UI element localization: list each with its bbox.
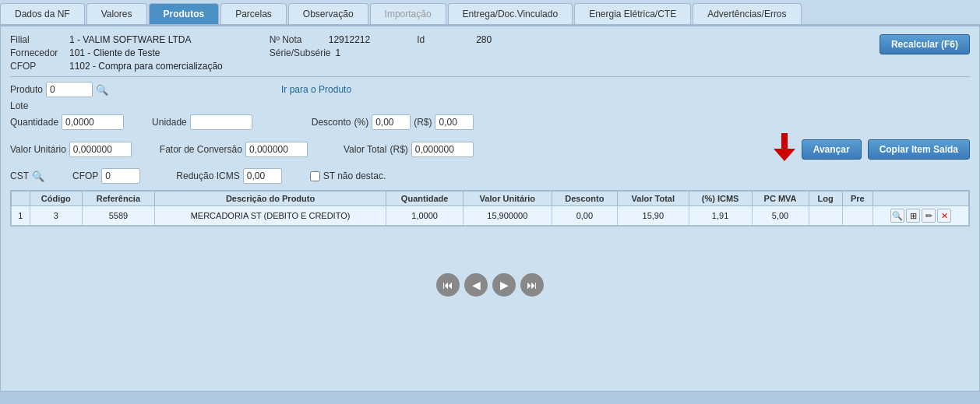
row-pre: [842, 206, 873, 226]
desconto-label: Desconto: [312, 117, 351, 128]
row-log: [809, 206, 842, 226]
col-desconto: Desconto: [552, 191, 617, 206]
svg-rect-0: [781, 133, 788, 149]
produto-label: Produto: [10, 84, 43, 95]
tab-dados-da-nf[interactable]: Dados da NF: [0, 3, 85, 24]
search-icon[interactable]: 🔍: [96, 84, 108, 96]
next-page-button[interactable]: ▶: [492, 273, 516, 297]
first-page-button[interactable]: ⏮: [436, 273, 460, 297]
quantidade-label: Quantidade: [10, 117, 58, 128]
nota-label: Nº Nota: [270, 34, 324, 45]
arrow-down-icon: [774, 133, 795, 165]
row-descricao: MERCADORIA ST (DEBITO E CREDITO): [154, 206, 386, 226]
cst-label: CST: [10, 170, 29, 181]
tab-parcelas[interactable]: Parcelas: [220, 3, 287, 24]
col-pc-mva: PC MVA: [752, 191, 809, 206]
col-descricao: Descrição do Produto: [154, 191, 386, 206]
prev-page-button[interactable]: ◀: [464, 273, 488, 297]
row-num: 1: [12, 206, 30, 226]
id-value: 280: [476, 34, 492, 45]
copiar-item-button[interactable]: Copiar Item Saída: [868, 139, 970, 160]
unidade-label: Unidade: [152, 117, 187, 128]
tab-entrega-doc-vinculado[interactable]: Entrega/Doc.Vinculado: [448, 3, 573, 24]
grid-icon[interactable]: ⊞: [906, 209, 920, 223]
recalcular-button[interactable]: Recalcular (F6): [880, 34, 970, 54]
reducao-label: Redução ICMS: [176, 170, 239, 181]
col-log: Log: [809, 191, 842, 206]
zoom-icon[interactable]: 🔍: [890, 209, 904, 223]
col-num: [12, 191, 30, 206]
tab-observa--o[interactable]: Observação: [288, 3, 368, 24]
col-actions: [873, 191, 969, 206]
tab-energia-el-trica-cte[interactable]: Energia Elétrica/CTE: [574, 3, 691, 24]
serie-value: 1: [335, 47, 340, 58]
tabs-bar: Dados da NFValoresProdutosParcelasObserv…: [0, 0, 980, 26]
col-referencia: Referência: [83, 191, 155, 206]
filial-label: Filial: [10, 34, 65, 45]
fator-label: Fator de Conversão: [160, 144, 242, 155]
row-quantidade: 1,0000: [386, 206, 464, 226]
id-label: Id: [417, 34, 471, 45]
cfop-value: 1102 - Compra para comercialização: [69, 61, 223, 72]
valor-total-label: Valor Total: [344, 144, 387, 155]
col-valor-total: Valor Total: [618, 191, 689, 206]
cst-search-icon[interactable]: 🔍: [32, 170, 44, 182]
col-codigo: Código: [30, 191, 82, 206]
cfop-form-label: CFOP: [72, 170, 98, 181]
produto-input[interactable]: [46, 82, 93, 97]
fornecedor-value: 101 - Cliente de Teste: [69, 47, 160, 58]
row-referencia: 5589: [83, 206, 155, 226]
delete-icon[interactable]: ✕: [937, 209, 951, 223]
last-page-button[interactable]: ⏭: [520, 273, 544, 297]
desconto-pct: (%): [354, 117, 368, 128]
fator-input[interactable]: [245, 142, 308, 157]
row-pct-icms: 1,91: [689, 206, 752, 226]
tab-produtos[interactable]: Produtos: [149, 3, 220, 24]
reducao-input[interactable]: [243, 168, 282, 184]
row-codigo: 3: [30, 206, 82, 226]
st-checkbox[interactable]: [310, 171, 320, 181]
products-table: Código Referência Descrição do Produto Q…: [10, 190, 970, 227]
unidade-input[interactable]: [190, 114, 252, 130]
row-desconto: 0,00: [552, 206, 617, 226]
table-header-row: Código Referência Descrição do Produto Q…: [12, 191, 969, 206]
cfop-label: CFOP: [10, 61, 65, 72]
serie-label: Série/Subsérie: [270, 47, 331, 58]
col-pre: Pre: [842, 191, 873, 206]
st-label: ST não destac.: [323, 170, 386, 181]
row-valor-total: 15,90: [618, 206, 689, 226]
fornecedor-label: Fornecedor: [10, 47, 65, 58]
filial-value: 1 - VALIM SOFTWARE LTDA: [69, 34, 191, 45]
desconto-rs: (R$): [414, 117, 432, 128]
row-valor-unitario: 15,900000: [463, 206, 552, 226]
table-row: 1 3 5589 MERCADORIA ST (DEBITO E CREDITO…: [12, 206, 969, 226]
cfop-form-input[interactable]: [101, 168, 140, 184]
lote-label: Lote: [10, 100, 28, 111]
edit-icon[interactable]: ✏: [922, 209, 936, 223]
avancar-button[interactable]: Avançar: [802, 139, 862, 160]
valor-unitario-input[interactable]: [69, 142, 132, 157]
col-quantidade: Quantidade: [386, 191, 464, 206]
col-valor-unitario: Valor Unitário: [463, 191, 552, 206]
svg-marker-1: [774, 149, 795, 161]
valor-unitario-label: Valor Unitário: [10, 144, 66, 155]
valor-total-input[interactable]: [411, 142, 474, 157]
nota-value: 12912212: [329, 34, 370, 45]
tab-valores[interactable]: Valores: [86, 3, 147, 24]
valor-total-rs: (R$): [390, 144, 407, 155]
quantidade-input[interactable]: [62, 114, 124, 130]
tab-importa--o: Importação: [370, 3, 446, 24]
ir-para-produto-button[interactable]: Ir para o Produto: [277, 83, 356, 97]
row-actions: 🔍 ⊞ ✏ ✕: [873, 206, 969, 226]
tab-advert-ncias-erros[interactable]: Advertências/Erros: [693, 3, 801, 24]
pagination: ⏮ ◀ ▶ ⏭: [10, 273, 970, 297]
col-pct-icms: (%) ICMS: [689, 191, 752, 206]
desconto-rs-input[interactable]: [435, 114, 474, 130]
row-pc-mva: 5,00: [752, 206, 809, 226]
desconto-pct-input[interactable]: [372, 114, 411, 130]
main-panel: Filial 1 - VALIM SOFTWARE LTDA Fornecedo…: [0, 26, 980, 392]
